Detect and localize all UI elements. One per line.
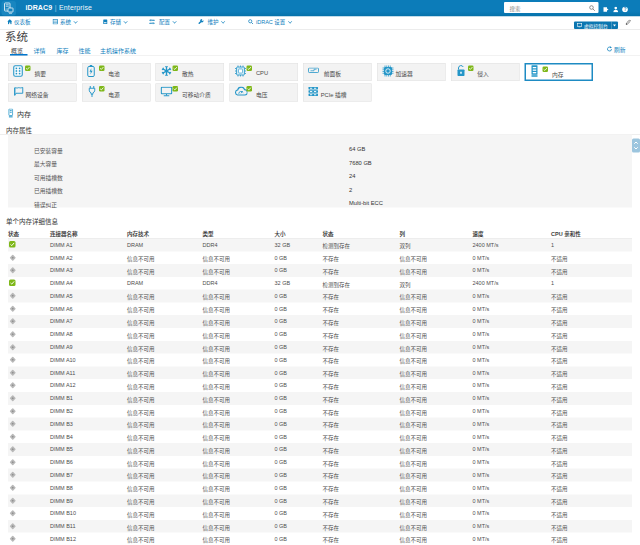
svg-text:?: ? xyxy=(624,7,627,12)
